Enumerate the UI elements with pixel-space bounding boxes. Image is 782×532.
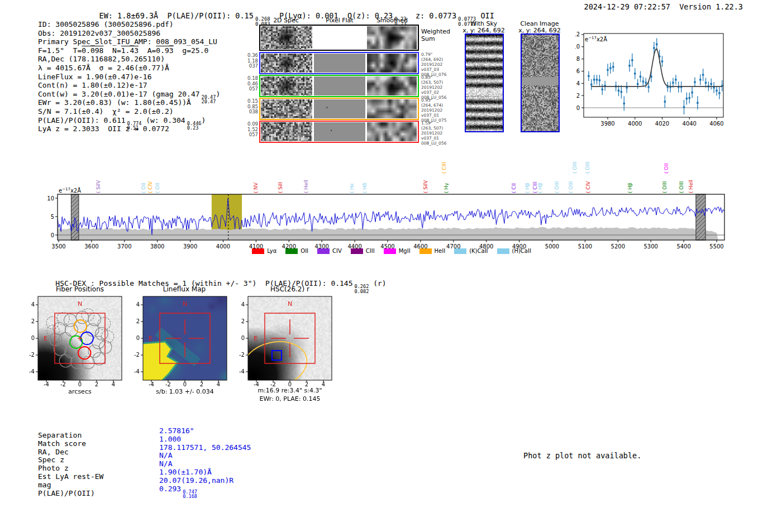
line-label-siii: ( SiII	[277, 160, 284, 193]
2d-flat-cell	[314, 76, 365, 95]
ew-value: EW: 1.8±69.3Å	[99, 11, 159, 20]
legend-item-mgii: MgII	[384, 248, 411, 254]
panel-ytick: 2	[233, 318, 245, 324]
2d-spec-cell	[261, 122, 312, 141]
info-line: Cont(n) = 1.80(±0.12)e-17	[38, 81, 220, 90]
legend-swatch	[351, 248, 363, 254]
line-label-hε: ( Hε	[349, 160, 355, 193]
panel-ytick: -4	[128, 368, 140, 375]
match-label: Match score	[38, 439, 86, 448]
2d-flat-cell	[314, 54, 365, 73]
2d-row-left-labels: 0.361.18037	[245, 53, 258, 69]
match-value: 1.000	[159, 435, 181, 443]
panel-ytick: 4	[23, 301, 35, 308]
svg-text:4060: 4060	[709, 121, 723, 127]
info-line: λ = 4015.67Å σ = 2.46(±0.77)Å	[38, 64, 220, 73]
panel-xtick: -4	[145, 381, 158, 387]
fiber-circles	[46, 309, 114, 369]
line-label-oiii: ( OIII	[571, 140, 578, 174]
legend-item-ciii: CIII	[351, 248, 375, 254]
lineflux-map-title: Lineflux Map	[140, 285, 229, 293]
fiber-xlabel: arcsecs	[24, 388, 136, 395]
lineflux-map-panel: NE	[143, 296, 227, 380]
line-fit-chart: 39804000402040404060024681012e−17x2Å	[575, 25, 737, 128]
legend-item-civ: CIV	[317, 248, 342, 254]
svg-text:N: N	[78, 300, 82, 308]
line-label-civ: ( CIV	[585, 160, 592, 193]
line-label-oiii: ( OIII	[678, 160, 685, 193]
match-value: N/A	[159, 451, 172, 459]
info-line: Primary Spec_Slot_IFU_AMP: 008_093_054_L…	[38, 37, 220, 46]
info-line: S/N = 7.1(±0.4) χ² = 2.0(±0.2)	[38, 107, 220, 116]
svg-text:12: 12	[575, 31, 580, 37]
svg-text:E: E	[44, 335, 47, 342]
2d-row-left-labels: 0.091.52057	[245, 122, 258, 138]
svg-text:6: 6	[576, 68, 580, 74]
panel-ytick: 4	[128, 301, 140, 308]
match-value: 1.90(±1.70)Å	[159, 468, 212, 476]
match-label: Separation	[38, 431, 82, 439]
fiber-positions-panel: NE	[38, 296, 122, 380]
info-line: RA,Dec (178.116882,50.265110)	[38, 55, 220, 64]
panel-xtick: 2	[90, 381, 103, 387]
legend-swatch	[497, 248, 509, 254]
panel-ytick: -2	[233, 352, 245, 358]
panel-ytick: 2	[128, 318, 140, 324]
2d-spec-cell	[261, 99, 312, 118]
2d-row-left-labels: 0.180.46057	[245, 76, 258, 92]
timestamp-version: 2024-12-29 07:22:57 Version 1.22.3	[584, 2, 743, 11]
svg-text:e−17x2Å: e−17x2Å	[59, 187, 81, 194]
legend-swatch	[252, 248, 264, 254]
match-label: Photo z	[38, 464, 69, 472]
line-label-oii: ( OII	[154, 160, 161, 193]
line-label-civ: ( CIV	[147, 160, 154, 193]
2d-row-annotation: 0.79"(264, 692)20191202v037_03008_LU_076	[421, 52, 461, 77]
panel-ytick: 4	[233, 301, 245, 308]
panel-xtick: 4	[107, 381, 120, 387]
svg-text:8: 8	[576, 56, 580, 62]
panel-xtick: -2	[161, 381, 175, 387]
svg-text:4000: 4000	[628, 121, 642, 127]
svg-text:4020: 4020	[655, 121, 669, 127]
panel-ytick: -2	[128, 352, 140, 358]
withsky-image	[465, 33, 504, 132]
svg-text:0: 0	[576, 105, 580, 111]
2d-spec-row	[259, 98, 419, 120]
spectrum-legend: LyαOIICIVCIIIMgIIHeII(K)CaII(H)CaII	[59, 248, 724, 254]
line-fit-svg: 39804000402040404060024681012e−17x2Å	[575, 25, 737, 128]
svg-text:3980: 3980	[600, 121, 614, 127]
line-label-oii: ( OII	[140, 160, 147, 193]
panel-ytick: 0	[233, 335, 245, 341]
line-label-hβ: ( Hβ	[524, 160, 531, 193]
legend-item-hcaii: (H)CaII	[497, 248, 531, 254]
legend-item-kcaii: (K)CaII	[454, 248, 488, 254]
panel-ytick: 0	[128, 335, 140, 341]
svg-text:0: 0	[51, 232, 54, 238]
info-line: F=1.5" T=0.098 N=1.43 A=0.93 g=25.0	[38, 46, 220, 55]
lineflux-overlay: NE	[140, 293, 230, 386]
match-label: RA, Dec	[38, 448, 69, 456]
legend-swatch	[317, 248, 330, 254]
2d-flat-cell	[314, 26, 365, 49]
match-label: mag	[38, 481, 51, 489]
hsc-dex-filter: (r)	[369, 279, 386, 287]
legend-swatch	[419, 248, 432, 254]
lineflux-xlabel: s/b: 1.03 +/- 0.034	[129, 388, 241, 395]
2d-flat-cell	[314, 99, 365, 118]
panel-ytick: -4	[233, 368, 245, 375]
match-value: 0.2930.7470.168	[159, 485, 197, 499]
legend-swatch	[285, 248, 298, 254]
legend-swatch	[454, 248, 466, 254]
2d-grid-header: Smoothed	[359, 17, 426, 24]
line-label-hδ: ( Hδ	[361, 160, 368, 193]
match-label: Spec z	[38, 456, 64, 464]
line-label-heii: ( HeII	[303, 160, 309, 193]
match-label: P(LAE)/P(OII)	[38, 489, 95, 497]
hsc-xlabel-1: m:16.9 re:3.4" s:4.3"	[234, 387, 346, 394]
withsky-canvas	[466, 35, 503, 131]
svg-text:N: N	[183, 300, 187, 308]
2d-spec-row	[259, 121, 419, 143]
line-label-nv: ( NV	[252, 160, 259, 193]
2d-smoothed-cell	[367, 54, 417, 73]
2d-spec-row	[259, 25, 419, 51]
